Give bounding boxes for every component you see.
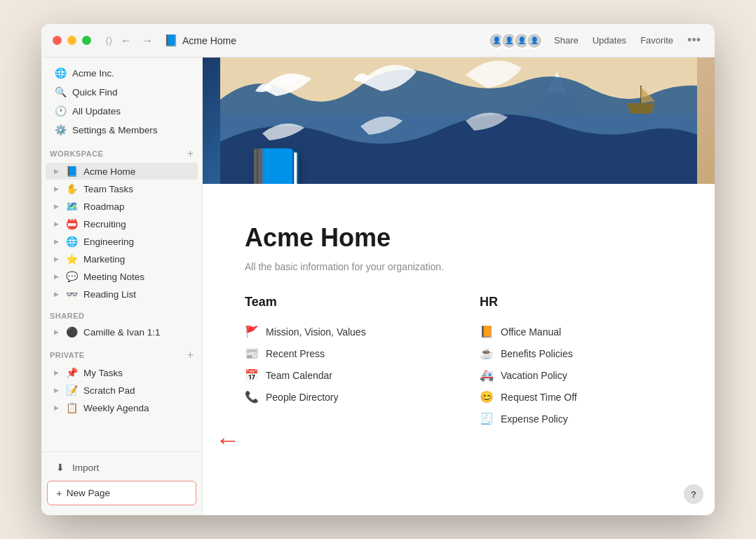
search-icon: 🔍 (54, 86, 67, 98)
chevron-icon: ▶ (54, 328, 62, 335)
chevron-icon: ▶ (54, 273, 62, 280)
org-name-label: Acme Inc. (72, 68, 114, 79)
sidebar-shared-item-0[interactable]: ▶⚫Camille & Ivan 1:1 (46, 324, 198, 340)
new-page-button[interactable]: + New Page (47, 481, 196, 505)
item-label: Weekly Agenda (83, 403, 149, 413)
page-icon-small: 📘 (164, 34, 178, 47)
chevron-icon: ▶ (54, 255, 62, 262)
workspace-items-list: ▶📘Acme Home▶✋Team Tasks▶🗺️Roadmap▶📛Recru… (41, 163, 202, 302)
chevron-icon: ▶ (54, 291, 62, 298)
sidebar-all-updates[interactable]: 🕐 All Updates (46, 102, 198, 120)
link-icon: ☕ (480, 347, 494, 360)
link-label: Vacation Policy (501, 370, 567, 381)
sidebar-private-item-1[interactable]: ▶📝Scratch Pad (46, 382, 198, 399)
collapse-sidebar-button[interactable]: ⟨⟩ (105, 35, 112, 46)
help-button[interactable]: ? (684, 484, 703, 504)
team-link-1[interactable]: 📰Recent Press (245, 342, 438, 364)
chevron-icon: ▶ (54, 168, 62, 175)
sidebar-private-item-0[interactable]: ▶📌My Tasks (46, 364, 198, 381)
link-label: Office Manual (501, 326, 561, 338)
item-label: Recruiting (83, 219, 126, 229)
minimize-button[interactable] (67, 36, 76, 45)
workspace-add-button[interactable]: + (187, 148, 194, 159)
quick-find-label: Quick Find (72, 87, 118, 98)
avatar-4: 👤 (526, 32, 543, 49)
private-items-list: ▶📌My Tasks▶📝Scratch Pad▶📋Weekly Agenda (41, 364, 202, 416)
gear-icon: ⚙️ (54, 124, 67, 135)
shared-items-list: ▶⚫Camille & Ivan 1:1 (41, 324, 202, 340)
link-label: Recent Press (266, 348, 325, 359)
team-header: Team (245, 295, 438, 310)
import-icon: ⬇ (54, 462, 67, 473)
sidebar-private-item-2[interactable]: ▶📋Weekly Agenda (46, 399, 198, 416)
titlebar-title: Acme Home (182, 35, 488, 46)
favorite-button[interactable]: Favorite (637, 34, 676, 47)
team-links-list: 🚩Mission, Vision, Values📰Recent Press📅Te… (245, 321, 438, 408)
maximize-button[interactable] (82, 36, 91, 45)
updates-button[interactable]: Updates (590, 34, 629, 47)
import-item[interactable]: ⬇ Import (46, 458, 198, 477)
hr-link-3[interactable]: 😊Request Time Off (480, 386, 673, 408)
team-link-3[interactable]: 📞People Directory (245, 386, 438, 408)
item-icon: 📋 (65, 402, 78, 413)
settings-label: Settings & Members (72, 125, 158, 135)
titlebar: ⟨⟩ ← → 📘 Acme Home 👤 👤 👤 👤 Share Updates… (41, 24, 715, 58)
hr-link-0[interactable]: 📙Office Manual (480, 321, 673, 342)
chevron-icon: ▶ (54, 238, 62, 245)
item-label: Meeting Notes (83, 272, 144, 282)
link-icon: 📞 (245, 390, 259, 404)
more-options-button[interactable]: ••• (684, 32, 703, 49)
team-link-2[interactable]: 📅Team Calendar (245, 364, 438, 386)
shared-section-header: SHARED (41, 303, 202, 323)
sidebar-workspace-item-0[interactable]: ▶📘Acme Home (46, 163, 198, 180)
close-button[interactable] (53, 36, 62, 45)
sidebar-quick-find[interactable]: 🔍 Quick Find (46, 83, 198, 101)
collaborator-avatars: 👤 👤 👤 👤 (488, 32, 543, 49)
item-icon: 💬 (65, 271, 78, 282)
item-icon: 📛 (65, 218, 78, 229)
page-banner: 📘 (203, 58, 715, 184)
workspace-label: WORKSPACE (50, 149, 103, 158)
sidebar-workspace-item-2[interactable]: ▶🗺️Roadmap (46, 198, 198, 215)
sidebar-workspace-item-4[interactable]: ▶🌐Engineering (46, 233, 198, 250)
shared-label: SHARED (50, 312, 84, 320)
chevron-icon: ▶ (54, 369, 62, 376)
org-icon: 🌐 (54, 67, 67, 79)
private-label: PRIVATE (50, 351, 85, 359)
nav-buttons: ← → (118, 33, 156, 48)
traffic-lights (53, 36, 91, 45)
chevron-icon: ▶ (54, 185, 62, 192)
item-icon: ⚫ (65, 326, 78, 338)
sidebar-workspace-item-5[interactable]: ▶⭐Marketing (46, 251, 198, 267)
link-label: Expense Policy (501, 413, 568, 425)
sidebar-workspace-item-6[interactable]: ▶💬Meeting Notes (46, 268, 198, 285)
hr-link-1[interactable]: ☕Benefits Policies (480, 342, 673, 364)
chevron-icon: ▶ (54, 404, 62, 411)
private-add-button[interactable]: + (187, 350, 194, 361)
hr-link-2[interactable]: 🚑Vacation Policy (480, 364, 673, 386)
item-label: My Tasks (83, 368, 123, 378)
link-icon: 😊 (480, 390, 494, 404)
content-area: 📘 Acme Home All the basic information fo… (203, 58, 715, 515)
sidebar-org-item[interactable]: 🌐 Acme Inc. (46, 64, 198, 82)
share-button[interactable]: Share (551, 34, 581, 47)
sidebar-settings[interactable]: ⚙️ Settings & Members (46, 121, 198, 139)
sidebar-workspace-item-7[interactable]: ▶👓Reading List (46, 286, 198, 302)
sidebar-workspace-item-1[interactable]: ▶✋Team Tasks (46, 180, 198, 197)
item-icon: 📌 (65, 367, 78, 378)
item-label: Acme Home (83, 166, 135, 177)
sidebar-workspace-item-3[interactable]: ▶📛Recruiting (46, 215, 198, 232)
hr-link-4[interactable]: 🧾Expense Policy (480, 408, 673, 430)
page-icon-large: 📘 (245, 145, 308, 184)
forward-button[interactable]: → (139, 33, 156, 48)
item-label: Scratch Pad (83, 385, 135, 396)
team-link-0[interactable]: 🚩Mission, Vision, Values (245, 321, 438, 342)
item-icon: 🌐 (65, 236, 78, 247)
back-button[interactable]: ← (118, 33, 135, 48)
link-icon: 🧾 (480, 412, 494, 425)
new-page-label: New Page (67, 488, 110, 498)
sidebar-bottom: ⬇ Import + New Page (41, 451, 202, 515)
item-label: Marketing (83, 254, 125, 265)
link-icon: 📅 (245, 368, 259, 382)
hr-links-list: 📙Office Manual☕Benefits Policies🚑Vacatio… (480, 321, 673, 430)
